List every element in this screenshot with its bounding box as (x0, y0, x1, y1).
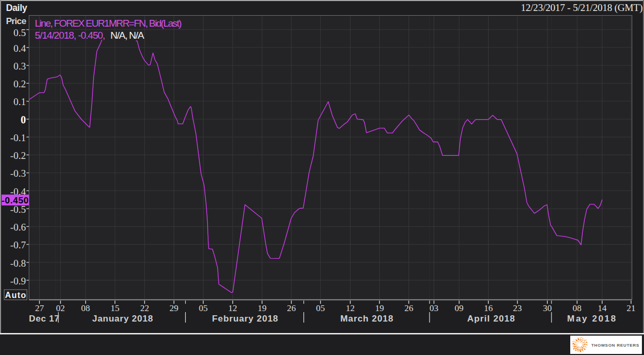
svg-text:April 2018: April 2018 (467, 314, 515, 324)
svg-text:Auto: Auto (5, 291, 26, 300)
svg-text:22: 22 (140, 303, 149, 313)
svg-text:February 2018: February 2018 (212, 314, 278, 324)
svg-text:09: 09 (455, 303, 464, 313)
svg-text:26: 26 (404, 303, 413, 313)
svg-text:-0.7: -0.7 (10, 239, 26, 250)
svg-text:-0.6: -0.6 (10, 222, 26, 233)
svg-text:0.1: 0.1 (14, 96, 26, 107)
svg-text:5/14/2018, -0.450,: 5/14/2018, -0.450, (35, 30, 106, 41)
svg-text:0: 0 (21, 114, 26, 125)
svg-text:19: 19 (375, 303, 384, 313)
svg-text:-0.8: -0.8 (10, 258, 26, 269)
svg-text:05: 05 (316, 303, 325, 313)
svg-text:23: 23 (513, 303, 522, 313)
svg-text:0.2: 0.2 (14, 78, 26, 89)
svg-text:21: 21 (627, 303, 636, 313)
svg-text:0.3: 0.3 (14, 61, 26, 72)
svg-text:12: 12 (346, 303, 355, 313)
svg-text:12/23/2017 - 5/21/2018 (GMT): 12/23/2017 - 5/21/2018 (GMT) (521, 2, 643, 14)
svg-text:Dec 17: Dec 17 (29, 314, 59, 324)
svg-text:0.5: 0.5 (14, 27, 26, 38)
svg-text:Price: Price (6, 16, 26, 26)
svg-text:12: 12 (228, 303, 237, 313)
svg-text:08: 08 (573, 303, 582, 313)
svg-text:26: 26 (287, 303, 296, 313)
svg-text:-0.3: -0.3 (10, 168, 26, 179)
svg-text:-0.1: -0.1 (10, 132, 26, 143)
svg-text:05: 05 (199, 303, 208, 313)
svg-text:0.4: 0.4 (14, 43, 26, 54)
svg-text:-0.5: -0.5 (10, 204, 26, 215)
svg-text:08: 08 (81, 303, 90, 313)
svg-text:15: 15 (110, 303, 119, 313)
svg-text:02: 02 (56, 303, 65, 313)
svg-text:-0.9: -0.9 (10, 276, 26, 287)
svg-text:27: 27 (35, 303, 44, 313)
svg-text:29: 29 (170, 303, 178, 313)
svg-text:-0.450: -0.450 (2, 196, 29, 205)
svg-text:March 2018: March 2018 (340, 314, 393, 324)
svg-text:THOMSON REUTERS: THOMSON REUTERS (591, 343, 639, 348)
svg-text:14: 14 (598, 303, 607, 313)
svg-text:Daily: Daily (6, 3, 27, 13)
svg-text:19: 19 (257, 303, 266, 313)
svg-text:16: 16 (484, 303, 493, 313)
svg-text:03: 03 (430, 303, 438, 313)
svg-text:30: 30 (543, 303, 552, 313)
svg-text:N/A, N/A: N/A, N/A (110, 30, 144, 41)
svg-text:January 2018: January 2018 (92, 314, 153, 324)
svg-text:Line, FOREX EUR1MRR=FN, Bid(La: Line, FOREX EUR1MRR=FN, Bid(Last) (35, 18, 182, 29)
svg-text:-0.2: -0.2 (10, 150, 26, 161)
